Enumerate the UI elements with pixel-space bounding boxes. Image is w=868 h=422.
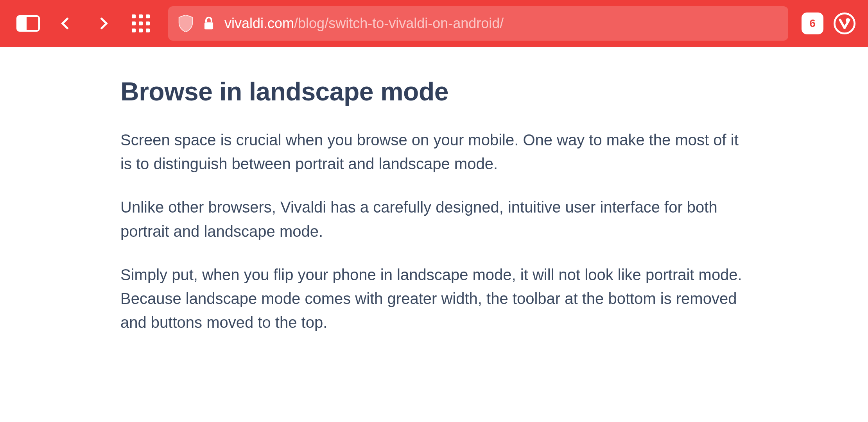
- svg-rect-0: [204, 22, 213, 29]
- tab-switcher-button[interactable]: 6: [802, 13, 823, 34]
- grid-icon: [132, 14, 150, 32]
- article-paragraph: Simply put, when you flip your phone in …: [120, 263, 747, 335]
- article-heading: Browse in landscape mode: [120, 77, 747, 106]
- tab-count-value: 6: [809, 17, 816, 30]
- svg-point-2: [846, 18, 850, 23]
- panel-toggle-button[interactable]: [11, 6, 45, 41]
- url-domain: vivaldi.com: [224, 15, 294, 32]
- back-button[interactable]: [48, 6, 83, 41]
- panel-icon: [16, 15, 40, 32]
- article-paragraph: Screen space is crucial when you browse …: [120, 128, 747, 176]
- article-content: Browse in landscape mode Screen space is…: [0, 47, 868, 334]
- shield-icon[interactable]: [178, 15, 193, 32]
- vivaldi-logo-icon: [834, 13, 855, 34]
- url-path: /blog/switch-to-vivaldi-on-android/: [294, 15, 504, 32]
- chevron-right-icon: [95, 17, 108, 29]
- speed-dial-button[interactable]: [124, 6, 158, 41]
- chevron-left-icon: [61, 17, 73, 29]
- address-bar[interactable]: vivaldi.com/blog/switch-to-vivaldi-on-an…: [168, 6, 788, 41]
- lock-icon: [203, 16, 214, 30]
- vivaldi-menu-button[interactable]: [832, 11, 857, 36]
- browser-toolbar: vivaldi.com/blog/switch-to-vivaldi-on-an…: [0, 0, 868, 47]
- url-display: vivaldi.com/blog/switch-to-vivaldi-on-an…: [224, 15, 504, 32]
- forward-button[interactable]: [86, 6, 120, 41]
- article-paragraph: Unlike other browsers, Vivaldi has a car…: [120, 195, 747, 243]
- svg-point-1: [834, 13, 854, 33]
